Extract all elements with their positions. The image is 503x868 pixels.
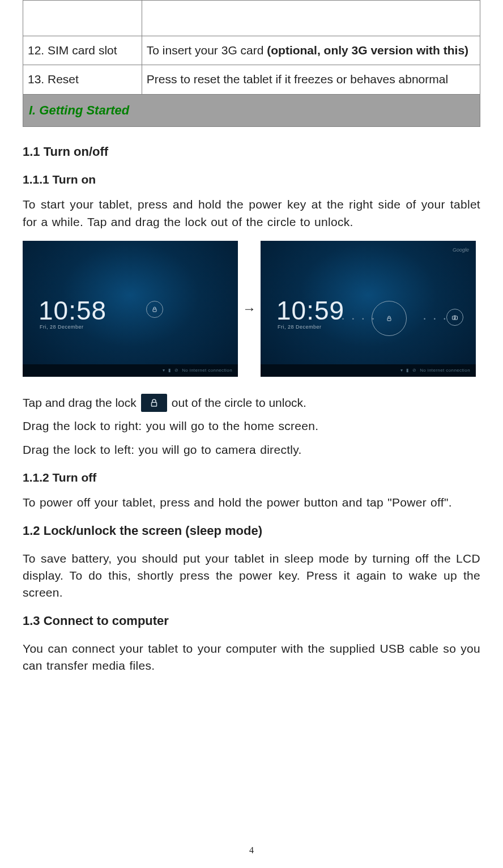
google-label: Google bbox=[453, 246, 469, 254]
status-text: No internet connection bbox=[182, 367, 232, 374]
svg-rect-2 bbox=[453, 316, 458, 320]
svg-rect-1 bbox=[387, 318, 391, 321]
battery-icon: ▮ bbox=[168, 367, 170, 374]
heading-1-1: 1.1 Turn on/off bbox=[23, 143, 480, 161]
inline-text-post: out of the circle to unlock. bbox=[172, 394, 306, 411]
spec-desc-text: Press to reset the tablet if it freezes … bbox=[147, 73, 448, 86]
drag-right-line: Drag the lock to right: you will go to t… bbox=[23, 418, 480, 435]
lockscreen-after: Google 10:59 Fri, 28 December • • • • • … bbox=[261, 241, 476, 377]
spec-name: 12. SIM card slot bbox=[23, 36, 142, 65]
page-number: 4 bbox=[0, 844, 503, 857]
no-internet-icon: ⊘ bbox=[174, 367, 178, 374]
clock-date: Fri, 28 December bbox=[278, 324, 322, 331]
table-row: 13. Reset Press to reset the tablet if i… bbox=[23, 65, 480, 94]
drag-left-line: Drag the lock to left: you will go to ca… bbox=[23, 441, 480, 458]
battery-icon: ▮ bbox=[406, 367, 408, 374]
table-row bbox=[23, 1, 480, 36]
spec-desc-bold: (optional, only 3G version with this) bbox=[267, 44, 468, 57]
wifi-icon: ▾ bbox=[400, 367, 403, 374]
camera-icon bbox=[446, 309, 463, 326]
spec-desc: Press to reset the tablet if it freezes … bbox=[142, 65, 480, 94]
lockscreen-before: 10:58 Fri, 28 December ▾ ▮ ⊘ No internet… bbox=[23, 241, 238, 377]
svg-rect-4 bbox=[151, 402, 156, 406]
lockscreen-figures: 10:58 Fri, 28 December ▾ ▮ ⊘ No internet… bbox=[23, 241, 480, 377]
paragraph-connect: You can connect your tablet to your comp… bbox=[23, 640, 480, 675]
spec-desc-text: To insert your 3G card bbox=[147, 44, 267, 57]
spec-name: 13. Reset bbox=[23, 65, 142, 94]
spec-table: 12. SIM card slot To insert your 3G card… bbox=[23, 0, 480, 95]
wifi-icon: ▾ bbox=[163, 367, 165, 374]
inline-text-pre: Tap and drag the lock bbox=[23, 394, 137, 411]
no-internet-icon: ⊘ bbox=[412, 367, 416, 374]
status-text: No internet connection bbox=[420, 367, 470, 374]
arrow-right-icon: → bbox=[242, 299, 256, 319]
status-bar: ▾ ▮ ⊘ No internet connection bbox=[261, 364, 476, 377]
section-header: I. Getting Started bbox=[23, 95, 480, 127]
paragraph-turn-on: To start your tablet, press and hold the… bbox=[23, 196, 480, 231]
svg-rect-0 bbox=[153, 309, 156, 312]
lock-icon bbox=[146, 301, 163, 318]
heading-1-1-2: 1.1.2 Turn off bbox=[23, 469, 480, 486]
tap-drag-line: Tap and drag the lock out of the circle … bbox=[23, 394, 480, 412]
table-row: 12. SIM card slot To insert your 3G card… bbox=[23, 36, 480, 65]
section-title: I. Getting Started bbox=[29, 103, 129, 117]
paragraph-sleep: To save battery, you should put your tab… bbox=[23, 550, 480, 602]
svg-point-3 bbox=[454, 317, 456, 318]
lock-icon bbox=[372, 301, 407, 336]
lock-icon bbox=[141, 394, 167, 412]
spec-desc: To insert your 3G card (optional, only 3… bbox=[142, 36, 480, 65]
heading-1-1-1: 1.1.1 Turn on bbox=[23, 171, 480, 188]
paragraph-turn-off: To power off your tablet, press and hold… bbox=[23, 494, 480, 511]
heading-1-3: 1.3 Connect to computer bbox=[23, 612, 480, 630]
status-bar: ▾ ▮ ⊘ No internet connection bbox=[23, 364, 238, 377]
heading-1-2: 1.2 Lock/unlock the screen (sleep mode) bbox=[23, 522, 480, 540]
clock-date: Fri, 28 December bbox=[40, 324, 84, 331]
